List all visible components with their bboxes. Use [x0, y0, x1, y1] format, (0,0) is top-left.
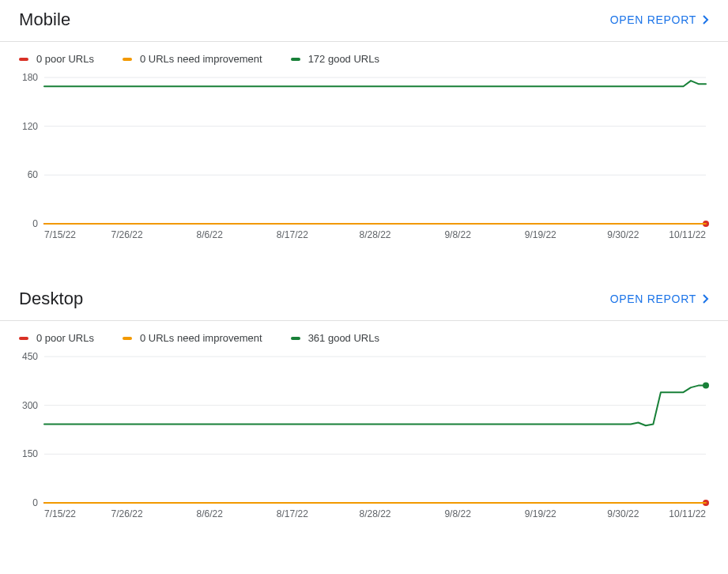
svg-text:0: 0 [32, 497, 38, 508]
section-spacer [0, 247, 728, 279]
legend-swatch-poor [19, 337, 28, 340]
mobile-header: Mobile OPEN REPORT [0, 0, 728, 41]
legend-label-poor: 0 poor URLs [36, 332, 94, 344]
svg-point-36 [703, 383, 709, 389]
desktop-chart: 01503004507/15/227/26/228/6/228/17/228/2… [0, 350, 728, 527]
svg-text:8/28/22: 8/28/22 [359, 508, 390, 519]
legend-swatch-good [291, 58, 300, 61]
svg-text:7/26/22: 7/26/22 [111, 229, 143, 240]
svg-text:9/30/22: 9/30/22 [607, 508, 639, 519]
legend-swatch-improve [123, 337, 132, 340]
mobile-open-report-link[interactable]: OPEN REPORT [610, 13, 709, 26]
svg-text:7/15/22: 7/15/22 [44, 229, 76, 240]
legend-label-improve: 0 URLs need improvement [140, 53, 262, 65]
mobile-chart: 0601201807/15/227/26/228/6/228/17/228/28… [0, 71, 728, 247]
desktop-section: Desktop OPEN REPORT 0 poor URLs 0 URLs n… [0, 279, 728, 527]
svg-text:7/26/22: 7/26/22 [111, 508, 143, 519]
legend-label-improve: 0 URLs need improvement [140, 332, 262, 344]
legend-item-good: 172 good URLs [291, 53, 379, 65]
legend-item-improve: 0 URLs need improvement [123, 53, 262, 65]
svg-text:8/28/22: 8/28/22 [359, 229, 390, 240]
svg-text:0: 0 [32, 218, 38, 229]
legend-label-good: 361 good URLs [308, 332, 379, 344]
chevron-right-icon [703, 15, 709, 25]
svg-text:9/19/22: 9/19/22 [525, 508, 556, 519]
svg-text:9/8/22: 9/8/22 [444, 229, 471, 240]
svg-text:10/11/22: 10/11/22 [669, 508, 706, 519]
legend-label-good: 172 good URLs [308, 53, 379, 65]
open-report-label: OPEN REPORT [610, 13, 696, 26]
svg-text:9/30/22: 9/30/22 [607, 229, 639, 240]
legend-swatch-good [291, 337, 300, 340]
svg-text:10/11/22: 10/11/22 [669, 229, 706, 240]
svg-text:9/8/22: 9/8/22 [444, 508, 471, 519]
svg-text:8/17/22: 8/17/22 [277, 229, 308, 240]
open-report-label: OPEN REPORT [610, 293, 696, 305]
svg-text:60: 60 [28, 169, 39, 180]
desktop-chart-svg: 01503004507/15/227/26/228/6/228/17/228/2… [17, 352, 709, 522]
legend-swatch-improve [123, 58, 132, 61]
legend-swatch-poor [19, 58, 28, 61]
svg-text:180: 180 [22, 73, 38, 83]
desktop-legend: 0 poor URLs 0 URLs need improvement 361 … [0, 321, 728, 350]
svg-text:8/17/22: 8/17/22 [277, 508, 308, 519]
svg-text:450: 450 [22, 352, 38, 362]
mobile-legend: 0 poor URLs 0 URLs need improvement 172 … [0, 42, 728, 71]
svg-text:9/19/22: 9/19/22 [525, 229, 556, 240]
svg-text:120: 120 [22, 121, 38, 132]
mobile-section: Mobile OPEN REPORT 0 poor URLs 0 URLs ne… [0, 0, 728, 247]
legend-label-poor: 0 poor URLs [36, 53, 94, 65]
legend-item-poor: 0 poor URLs [19, 332, 94, 344]
svg-text:7/15/22: 7/15/22 [44, 508, 76, 519]
svg-text:8/6/22: 8/6/22 [197, 508, 224, 519]
mobile-title: Mobile [19, 9, 70, 30]
desktop-open-report-link[interactable]: OPEN REPORT [610, 293, 709, 305]
svg-text:150: 150 [22, 448, 38, 459]
desktop-header: Desktop OPEN REPORT [0, 279, 728, 320]
svg-text:8/6/22: 8/6/22 [197, 229, 224, 240]
chevron-right-icon [703, 294, 709, 304]
svg-text:300: 300 [22, 400, 38, 411]
legend-item-poor: 0 poor URLs [19, 53, 94, 65]
legend-item-improve: 0 URLs need improvement [123, 332, 262, 344]
legend-item-good: 361 good URLs [291, 332, 379, 344]
mobile-chart-svg: 0601201807/15/227/26/228/6/228/17/228/28… [17, 73, 709, 243]
desktop-title: Desktop [19, 289, 83, 309]
